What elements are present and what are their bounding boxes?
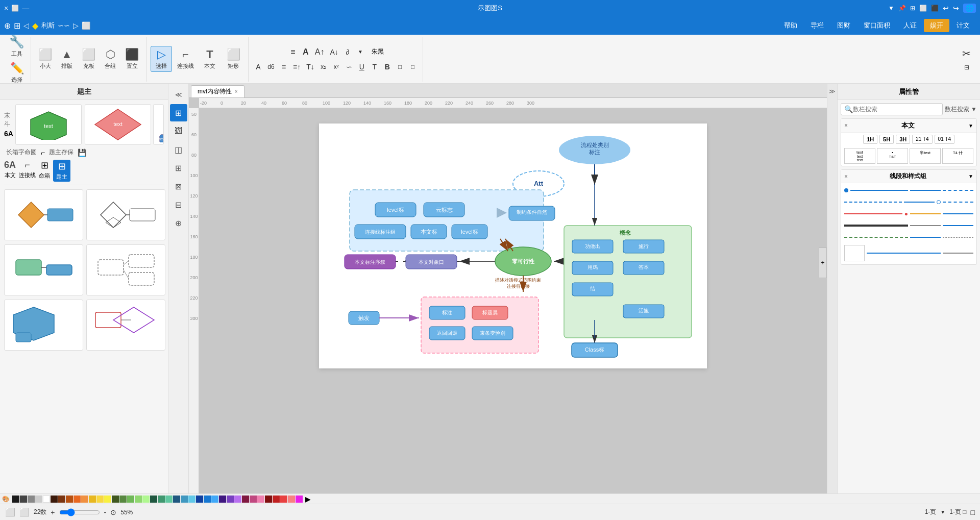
fmt-delta[interactable]: ∂ (342, 47, 353, 57)
tb-connect[interactable]: ⌐ 连接线 (174, 46, 197, 71)
fmt-list2[interactable]: ≡↑ (291, 62, 303, 72)
strip-expand[interactable]: ⊕ (170, 214, 187, 232)
text-style-4[interactable]: T4 什 (942, 148, 973, 164)
line-row-5[interactable] (844, 232, 973, 242)
swatch-lgray[interactable] (35, 496, 42, 503)
swatch-green5[interactable] (142, 496, 150, 503)
swatch-red1[interactable] (265, 496, 272, 503)
font-01T4[interactable]: 01 T4 (935, 135, 954, 144)
line-row-2[interactable] (844, 197, 973, 207)
tool-btn-tools[interactable]: 🔧 工具 (6, 33, 28, 59)
tool-rect[interactable]: ⬜ (82, 21, 90, 30)
strip-image[interactable]: 🖼 (170, 122, 187, 140)
swatch-cyan2[interactable] (181, 496, 188, 503)
fmt-list1[interactable]: ≡ (278, 62, 289, 72)
tb-size[interactable]: ⬜ 小大 (35, 46, 55, 71)
expand-right-panel[interactable]: + (819, 247, 827, 278)
palette-more-icon[interactable]: ▶ (305, 495, 311, 503)
swatch-yellow2[interactable] (96, 496, 104, 503)
tb-rect[interactable]: ⬜ 矩形 (223, 46, 244, 71)
strip-layers[interactable]: ◫ (170, 141, 187, 158)
menu-help[interactable]: 帮助 (778, 19, 803, 32)
font-1H[interactable]: 1H (863, 135, 877, 144)
line-section-close[interactable]: × (844, 173, 848, 180)
text-style-1[interactable]: texttexttext (844, 148, 875, 164)
fmt-d6[interactable]: d6 (265, 62, 277, 71)
swatch-yellow1[interactable] (89, 496, 96, 503)
swatch-orange1[interactable] (74, 496, 81, 503)
canvas-scroll[interactable]: 流程处类别 标注 Att level标 云标志 (199, 108, 827, 493)
swatch-teal3[interactable] (165, 496, 173, 503)
text-style-2[interactable]: •half (877, 148, 908, 164)
swatch-red4[interactable] (288, 496, 295, 503)
tb-fill[interactable]: ⬜ 充板 (79, 46, 99, 71)
shape-item-flow4[interactable] (86, 244, 165, 295)
right-collapse-strip[interactable]: ≫ (827, 84, 837, 493)
fmt-underline[interactable]: U (356, 62, 368, 72)
swatch-magenta[interactable] (296, 496, 303, 503)
line-section-dropdown[interactable]: ▼ (968, 174, 973, 179)
menu-text[interactable]: 计文 (950, 19, 976, 32)
palette-more[interactable]: ▶ (305, 495, 311, 503)
minimize-btn[interactable]: — (22, 4, 29, 12)
swatch-blue3[interactable] (211, 496, 218, 503)
tool-diamond[interactable]: ◆ (32, 21, 38, 31)
swatch-darkgray[interactable] (20, 496, 27, 503)
swatch-green4[interactable] (135, 496, 142, 503)
fit-icon[interactable]: □ (971, 508, 975, 516)
statusbar-count[interactable]: 22数 (34, 508, 46, 516)
fmt-sup[interactable]: x² (331, 62, 342, 71)
menu-entertainment[interactable]: 娱开 (924, 19, 949, 32)
canvas-tab[interactable]: mvl内容特性 × (191, 85, 244, 97)
shape-item-flow3[interactable] (4, 244, 83, 295)
font-5H[interactable]: 5H (879, 135, 894, 144)
palette-edit-icon[interactable]: 🎨 (2, 496, 10, 503)
tool-arrow[interactable]: ▷ (73, 21, 79, 30)
page-dropdown[interactable]: ▼ (940, 509, 945, 515)
shape-item-flow6[interactable] (86, 300, 165, 351)
tb-copy[interactable]: ⊟ (961, 63, 972, 72)
swatch-teal1[interactable] (150, 496, 157, 503)
swatch-cyan1[interactable] (173, 496, 180, 503)
tb-group[interactable]: ⬡ 合组 (101, 46, 120, 71)
tool-grid[interactable]: ⊞ (14, 21, 20, 31)
canvas-area[interactable]: mvl内容特性 × -20 0 20 40 60 80 100 120 140 … (189, 84, 827, 493)
browser-icon[interactable]: 🌐 (963, 4, 976, 13)
strip-table[interactable]: ⊞ (170, 159, 187, 177)
shape-hexagon-green[interactable]: text (15, 104, 82, 145)
tb-layout[interactable]: ▲ 排版 (57, 46, 77, 71)
swatch-green1[interactable] (112, 496, 119, 503)
tool-add[interactable]: ⊕ (4, 21, 11, 31)
font-12T4[interactable]: 21 T4 (912, 135, 932, 144)
dropdown-icon[interactable]: ▼ (888, 5, 894, 12)
swatch-yellow3[interactable] (104, 496, 111, 503)
swatch-green3[interactable] (127, 496, 134, 503)
mode-text[interactable]: 6A 本文 (4, 160, 16, 182)
line-row-4[interactable] (844, 220, 973, 231)
swatch-brown2[interactable] (58, 496, 65, 503)
swatch-orange2[interactable] (81, 496, 88, 503)
fmt-font-a-large[interactable]: A↑ (313, 46, 327, 58)
swatch-pink3[interactable] (257, 496, 264, 503)
label-save[interactable]: 题主存保 (49, 148, 74, 157)
swatch-pink2[interactable] (250, 496, 257, 503)
right-collapse-icon[interactable]: ≫ (829, 88, 836, 95)
save-icon[interactable]: 💾 (78, 148, 86, 157)
fmt-font-a[interactable]: A (300, 46, 311, 58)
line-row-1[interactable] (844, 185, 973, 195)
restore-btn[interactable]: ⬜ (11, 5, 19, 12)
redo-icon[interactable]: ↪ (953, 4, 959, 12)
shape-item-flow2[interactable] (86, 189, 165, 240)
shape-connected[interactable]: text text text→text (153, 104, 164, 145)
tab-close[interactable]: × (235, 89, 238, 94)
swatch-purple3[interactable] (234, 496, 241, 503)
swatch-red2[interactable] (273, 496, 280, 503)
tool-btn-select[interactable]: ✏️ 选择 (7, 60, 27, 85)
shape-diamond-pink[interactable]: text (85, 104, 151, 145)
fmt-box1[interactable]: □ (395, 62, 406, 71)
shape-item-flow5[interactable] (4, 300, 83, 351)
menu-person[interactable]: 人证 (897, 19, 923, 32)
fmt-sub[interactable]: x₂ (318, 62, 329, 71)
swatch-gray[interactable] (28, 496, 35, 503)
swatch-cyan3[interactable] (188, 496, 195, 503)
